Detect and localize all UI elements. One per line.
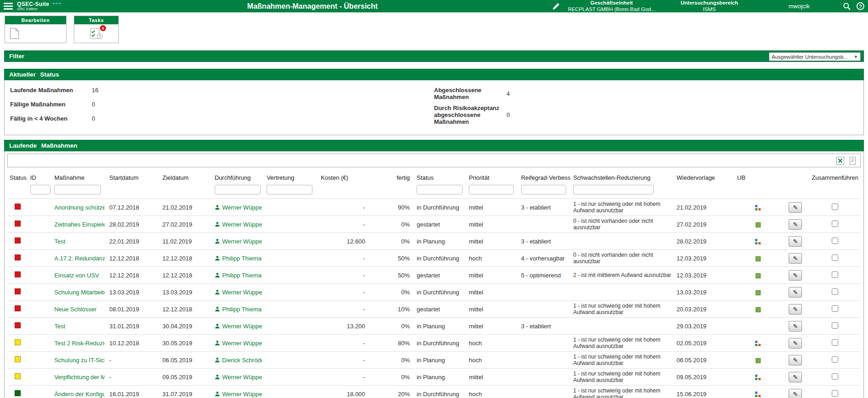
- merge-checkbox[interactable]: [832, 271, 838, 278]
- durchfuehrung-link[interactable]: Werner Wüpper: [222, 204, 262, 211]
- merge-checkbox[interactable]: [832, 204, 838, 210]
- col-startdatum-header[interactable]: Startdatum: [107, 171, 160, 184]
- col-fertig-header[interactable]: fertig: [370, 171, 414, 184]
- filter-schwachstellen-input[interactable]: [573, 185, 654, 194]
- cell-startdatum: 22.01.2019: [107, 233, 160, 250]
- durchfuehrung-link[interactable]: Werner Wüpper: [222, 323, 262, 330]
- cell-startdatum: 12.12.2018: [107, 267, 160, 284]
- durchfuehrung-link[interactable]: Philipp Thiemar: [222, 255, 262, 262]
- ub-icon: [756, 222, 761, 227]
- merge-checkbox[interactable]: [832, 322, 838, 329]
- massnahme-link[interactable]: Schulung zu IT-Siche: [54, 357, 105, 364]
- massnahme-link[interactable]: Zeitnahes Einspielen: [54, 221, 105, 228]
- person-icon: [215, 374, 220, 380]
- massnahme-link[interactable]: Anordnung schützen: [54, 204, 105, 211]
- cell-fertig: 0%: [370, 318, 414, 335]
- pencil-icon: ✎: [793, 306, 798, 313]
- durchfuehrung-link[interactable]: Werner Wüpper: [222, 221, 262, 228]
- massnahme-link[interactable]: Einsatz von USV: [54, 272, 105, 279]
- edit-button[interactable]: ✎: [789, 338, 802, 348]
- table-row: Anordnung schützen 07.12.2018 21.02.2019…: [7, 199, 861, 216]
- filter-reifegrad-input[interactable]: [521, 185, 566, 194]
- edit-button[interactable]: ✎: [789, 287, 802, 298]
- cell-fertig: 50%: [370, 267, 414, 284]
- col-zieldatum-header[interactable]: Zieldatum: [160, 171, 212, 184]
- edit-button[interactable]: ✎: [789, 253, 802, 264]
- col-prioritaet-header[interactable]: Priorität: [467, 171, 519, 184]
- massnahme-link[interactable]: A.17.2. Redundanzen: [54, 255, 105, 262]
- massnahme-link[interactable]: Test: [54, 238, 105, 245]
- edit-button[interactable]: ✎: [789, 219, 802, 230]
- filter-massnahme-input[interactable]: [54, 185, 101, 194]
- massnahme-link[interactable]: Schulung Mitarbeite: [54, 289, 105, 296]
- durchfuehrung-link[interactable]: Werner Wüpper: [222, 340, 262, 347]
- durchfuehrung-link[interactable]: Werner Wüpper: [222, 391, 262, 398]
- durchfuehrung-link[interactable]: Philipp Thiemar: [222, 306, 262, 313]
- col-reifegrad-header[interactable]: Reifegrad-Verbess...: [519, 171, 571, 184]
- merge-checkbox[interactable]: [832, 238, 838, 244]
- pencil-icon: ✎: [793, 272, 798, 279]
- help-icon[interactable]: ?: [857, 2, 864, 10]
- export-file-button[interactable]: [848, 156, 857, 165]
- edit-button[interactable]: ✎: [789, 236, 802, 247]
- merge-checkbox[interactable]: [832, 373, 838, 380]
- merge-checkbox[interactable]: [832, 390, 838, 397]
- cell-reifegrad: [519, 284, 571, 301]
- filter-prioritaet-input[interactable]: [469, 185, 514, 194]
- grid-title: Laufende Maßnahmen: [9, 142, 78, 149]
- col-vertretung-header[interactable]: Vertretung: [264, 171, 318, 184]
- filter-durchfuehrung-input[interactable]: [215, 185, 261, 194]
- filter-status-input[interactable]: [417, 185, 462, 194]
- massnahme-link[interactable]: Ändern der Konfigur: [54, 391, 105, 398]
- cell-id: [28, 199, 52, 216]
- durchfuehrung-link[interactable]: Werner Wüpper: [222, 374, 262, 381]
- durchfuehrung-link[interactable]: Werner Wüpper: [222, 238, 262, 245]
- col-ub-header[interactable]: UB: [735, 171, 782, 184]
- massnahme-link[interactable]: Verpflichtung der Mi: [54, 374, 105, 381]
- investigation-filter-select[interactable]: Ausgewählter Untersuchungsb... ▼: [769, 52, 861, 61]
- col-kosten-header[interactable]: Kosten (€): [318, 171, 370, 184]
- col-id-header[interactable]: ID: [28, 171, 52, 184]
- edit-button[interactable]: ✎: [789, 372, 802, 382]
- edit-button[interactable]: ✎: [789, 304, 802, 315]
- massnahme-link[interactable]: Test: [54, 323, 105, 330]
- durchfuehrung-link[interactable]: Werner Wüpper: [222, 289, 262, 296]
- col-schwachstellen-header[interactable]: Schwachstellen-Reduzierung: [571, 171, 674, 184]
- cell-reifegrad: [519, 369, 571, 386]
- merge-checkbox[interactable]: [832, 221, 838, 227]
- edit-button[interactable]: ✎: [789, 321, 802, 332]
- export-excel-button[interactable]: [836, 156, 845, 165]
- edit-button[interactable]: ✎: [789, 389, 802, 398]
- new-document-button[interactable]: [10, 28, 19, 39]
- menu-icon[interactable]: [4, 3, 13, 10]
- cell-zieldatum: 27.02.2019: [160, 216, 212, 233]
- summary-row-laufende: Laufende Maßnahmen 16: [10, 87, 434, 94]
- edit-button[interactable]: ✎: [789, 270, 802, 281]
- durchfuehrung-link[interactable]: Dierick Schröde: [222, 357, 262, 364]
- merge-checkbox[interactable]: [832, 305, 838, 312]
- massnahme-link[interactable]: Neue Schlösser: [54, 306, 105, 313]
- merge-checkbox[interactable]: [832, 288, 838, 295]
- filter-id-input[interactable]: [30, 185, 50, 194]
- merge-checkbox[interactable]: [832, 356, 838, 363]
- edit-button[interactable]: ✎: [789, 202, 802, 213]
- cell-kosten: 13.200: [318, 318, 370, 335]
- col-zusammenfuehren-header[interactable]: Zusammenführen: [809, 171, 861, 184]
- merge-checkbox[interactable]: [832, 339, 838, 346]
- col-status-indicator-header[interactable]: Status: [7, 171, 28, 184]
- context-edit-icon[interactable]: [552, 3, 560, 10]
- document-icon: [10, 28, 19, 39]
- col-wiedervorlage-header[interactable]: Wiedervorlage: [674, 171, 735, 184]
- durchfuehrung-link[interactable]: Philipp Thiemar: [222, 272, 262, 279]
- col-massnahme-header[interactable]: Maßnahme: [52, 171, 107, 184]
- col-durchfuehrung-header[interactable]: Durchführung: [212, 171, 265, 184]
- tasks-button[interactable]: 0: [90, 28, 103, 39]
- edit-button[interactable]: ✎: [789, 355, 802, 365]
- merge-checkbox[interactable]: [832, 254, 838, 261]
- massnahme-link[interactable]: Test 2 Risk-Reduzieru: [54, 340, 105, 347]
- col-status-header[interactable]: Status: [414, 171, 467, 184]
- filter-vertretung-input[interactable]: [267, 185, 312, 194]
- search-icon[interactable]: [843, 2, 851, 11]
- cell-id: [28, 267, 52, 284]
- ub-icon: [755, 375, 761, 381]
